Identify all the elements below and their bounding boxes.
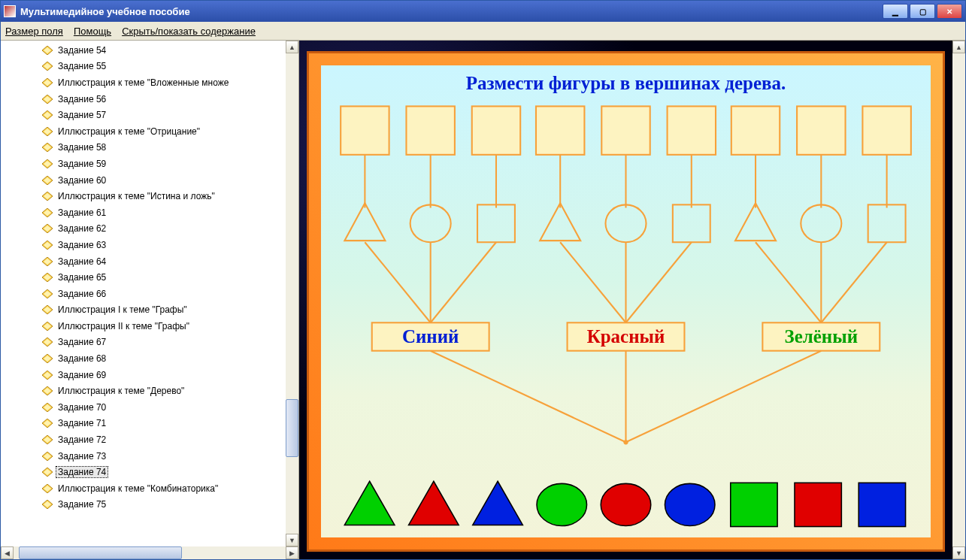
toc-item[interactable]: Задание 70 — [1, 399, 286, 416]
toc-item[interactable]: Задание 56 — [1, 91, 286, 107]
toc-item-label: Задание 68 — [56, 353, 108, 364]
toc-item-label: Задание 54 — [56, 45, 108, 56]
page-icon — [41, 289, 53, 298]
palette-shape[interactable] — [665, 483, 715, 525]
page-icon — [41, 484, 53, 493]
palette-shape[interactable] — [858, 483, 905, 526]
toc-item-label: Задание 60 — [56, 175, 108, 186]
shape-node[interactable] — [801, 204, 841, 242]
page-icon — [41, 143, 53, 152]
toc-item[interactable]: Задание 71 — [1, 416, 286, 432]
toc-item[interactable]: Иллюстрация к теме "Отрицание" — [1, 123, 286, 140]
toc-item[interactable]: Задание 57 — [1, 107, 286, 123]
leaf-slot[interactable] — [472, 106, 520, 154]
content-scroll-track[interactable] — [952, 53, 965, 546]
scroll-track[interactable] — [286, 53, 298, 534]
sidebar-horizontal-scrollbar[interactable]: ◀ ▶ — [1, 546, 298, 559]
close-button[interactable]: ✕ — [937, 4, 962, 19]
shape-node[interactable] — [477, 204, 515, 242]
toc-item[interactable]: Иллюстрация к теме "Вложенные множе — [1, 74, 286, 91]
svg-rect-94 — [731, 483, 777, 526]
toc-item[interactable]: Задание 61 — [1, 204, 286, 221]
scroll-left-button[interactable]: ◀ — [1, 546, 14, 559]
scroll-down-button[interactable]: ▼ — [286, 534, 298, 546]
scroll-up-button[interactable]: ▲ — [286, 41, 298, 53]
toc-item[interactable]: Задание 66 — [1, 286, 286, 302]
tree-diagram[interactable]: СинийКрасныйЗелёный — [321, 98, 931, 536]
page-icon — [41, 322, 53, 331]
toc-item[interactable]: Задание 75 — [1, 497, 286, 513]
menu-field-size[interactable]: Размер поля — [5, 26, 63, 37]
menu-toggle-toc[interactable]: Скрыть/показать содержание — [122, 26, 256, 37]
toc-item[interactable]: Иллюстрация к теме "Дерево" — [1, 383, 286, 399]
leaf-slot[interactable] — [341, 106, 389, 154]
svg-marker-79 — [735, 203, 776, 241]
toc-item[interactable]: Иллюстрация к теме "Истина и ложь" — [1, 188, 286, 204]
palette-shape[interactable] — [731, 483, 777, 526]
toc-item[interactable]: Иллюстрация к теме "Комбинаторика" — [1, 480, 286, 497]
toc-item-label: Иллюстрация к теме "Комбинаторика" — [56, 483, 220, 494]
palette-shape[interactable] — [537, 483, 587, 525]
toc-item[interactable]: Задание 58 — [1, 140, 286, 156]
leaf-slot[interactable] — [668, 106, 716, 154]
titlebar[interactable]: Мультимедийное учебное пособие ▁ ▢ ✕ — [1, 1, 965, 22]
toc-item[interactable]: Задание 55 — [1, 59, 286, 75]
leaf-slot[interactable] — [406, 106, 454, 154]
scroll-thumb-h[interactable] — [19, 546, 182, 559]
page-icon — [41, 257, 53, 266]
toc-item[interactable]: Задание 54 — [1, 42, 286, 59]
palette-shape[interactable] — [473, 481, 523, 525]
content-scroll-down-button[interactable]: ▼ — [952, 546, 965, 559]
toc-item-label: Задание 75 — [56, 499, 108, 510]
shape-node[interactable] — [540, 203, 580, 241]
shape-node[interactable] — [868, 204, 906, 242]
leaf-slot[interactable] — [797, 106, 845, 154]
palette-shape[interactable] — [795, 483, 841, 526]
content-vertical-scrollbar[interactable]: ▲ ▼ — [952, 41, 965, 559]
minimize-button[interactable]: ▁ — [883, 4, 908, 19]
toc-item[interactable]: Задание 69 — [1, 367, 286, 383]
scroll-track-h[interactable] — [14, 546, 286, 559]
palette-shape[interactable] — [601, 483, 651, 525]
page-icon — [41, 371, 53, 380]
shape-node[interactable] — [735, 203, 776, 241]
shape-node[interactable] — [410, 204, 451, 242]
toc-item[interactable]: Иллюстрация I к теме "Графы" — [1, 302, 286, 319]
toc-item[interactable]: Задание 72 — [1, 431, 286, 448]
shape-node[interactable] — [344, 203, 385, 241]
sidebar-vertical-scrollbar[interactable]: ▲ ▼ — [286, 41, 298, 546]
toc-item[interactable]: Задание 68 — [1, 350, 286, 367]
scroll-thumb[interactable] — [286, 399, 298, 457]
toc-item[interactable]: Задание 67 — [1, 334, 286, 351]
scroll-right-button[interactable]: ▶ — [286, 546, 298, 559]
toc-item[interactable]: Задание 59 — [1, 156, 286, 172]
sidebar: Задание 54 Задание 55 Иллюстрация к теме… — [1, 41, 299, 559]
leaf-slot[interactable] — [731, 106, 780, 154]
toc-item[interactable]: Задание 63 — [1, 237, 286, 253]
svg-point-75 — [605, 204, 646, 242]
maximize-button[interactable]: ▢ — [910, 4, 935, 19]
shape-node[interactable] — [673, 204, 710, 242]
leaf-slot[interactable] — [536, 106, 584, 154]
color-node-label: Зелёный — [785, 326, 858, 347]
toc-tree[interactable]: Задание 54 Задание 55 Иллюстрация к теме… — [1, 41, 286, 546]
shape-node[interactable] — [605, 204, 646, 242]
leaf-slot[interactable] — [862, 106, 910, 154]
palette-shape[interactable] — [409, 481, 459, 525]
toc-item[interactable]: Задание 64 — [1, 253, 286, 270]
toc-item[interactable]: Задание 65 — [1, 269, 286, 286]
menu-help[interactable]: Помощь — [74, 26, 111, 37]
toc-item[interactable]: Задание 73 — [1, 448, 286, 465]
toc-item-label: Задание 70 — [56, 402, 108, 413]
page-icon — [41, 338, 53, 347]
toc-item[interactable]: Задание 74 — [1, 464, 286, 480]
page-icon — [41, 241, 53, 250]
toc-item[interactable]: Задание 62 — [1, 221, 286, 238]
toc-item[interactable]: Иллюстрация II к теме "Графы" — [1, 318, 286, 334]
toc-item-label: Задание 55 — [56, 61, 108, 71]
palette-shape[interactable] — [344, 481, 395, 525]
toc-item[interactable]: Задание 60 — [1, 172, 286, 189]
content-scroll-up-button[interactable]: ▲ — [952, 41, 965, 53]
page-icon — [41, 468, 53, 477]
leaf-slot[interactable] — [601, 106, 650, 154]
